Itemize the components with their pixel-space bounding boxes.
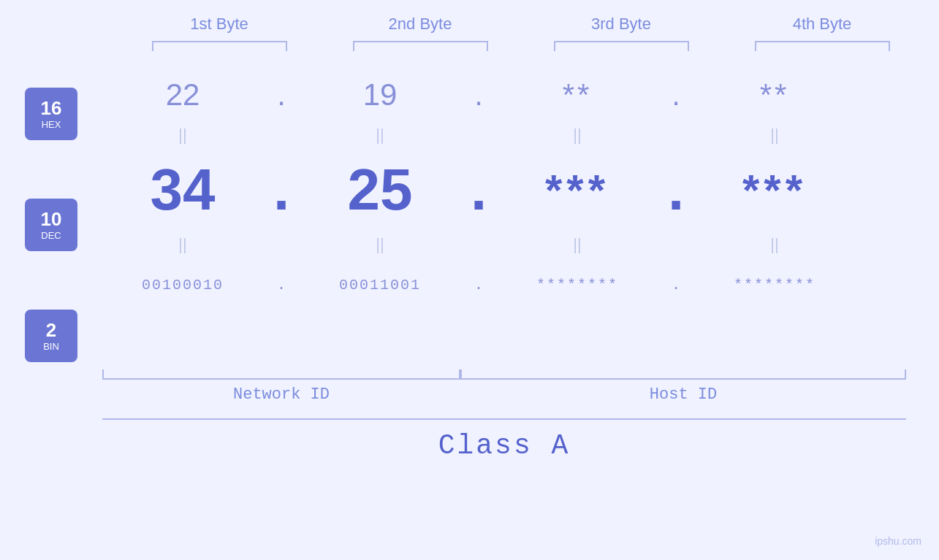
labels-col: 16 HEX 10 DEC 2 BIN [0,66,102,362]
sep2-c2: || [300,235,460,254]
hex-badge: 16 HEX [25,88,77,140]
top-brackets [119,41,923,51]
col2-header: 2nd Byte [340,15,501,34]
dec-d3-cell: . [658,156,694,223]
host-id-label: Host ID [460,386,906,404]
dec-row: 34 . 25 . *** . *** [102,146,939,234]
byte-headers: 1st Byte 2nd Byte 3rd Byte 4th Byte [119,15,923,34]
dec-d2-cell: . [460,156,497,223]
dec-v1-cell: 34 [102,156,263,223]
dec-d2: . [471,156,487,223]
bin-d1: . [277,277,286,294]
dec-d1: . [273,156,289,223]
hex-number: 16 [41,99,62,118]
sep2-c4: || [694,235,855,254]
col3-header: 3rd Byte [541,15,702,34]
sep1-c1: || [102,126,263,145]
hex-d1: . [277,77,286,112]
hex-v3: ** [563,77,593,112]
bin-v1-cell: 00100010 [102,277,263,294]
dec-d1-cell: . [263,156,300,223]
dec-v3-cell: *** [497,165,658,215]
hex-d3: . [672,77,680,112]
bin-d1-cell: . [263,277,300,294]
bin-row: 00100010 . 00011001 . ******** . [102,256,939,314]
bin-d3: . [672,277,680,294]
class-label: Class A [438,430,571,461]
hex-d3-cell: . [658,77,694,112]
dec-v4-cell: *** [694,165,855,215]
bin-v1: 00100010 [142,277,224,294]
hex-v3-cell: ** [497,77,658,112]
bottom-section: Network ID Host ID Class A [0,369,939,461]
dec-v2: 25 [348,156,413,223]
bin-v3-cell: ******** [497,277,658,294]
sep1-c4: || [694,126,855,145]
bin-v4: ******** [734,277,816,294]
bottom-brackets [102,369,906,380]
bin-v2-cell: 00011001 [300,277,460,294]
bin-v3: ******** [536,277,618,294]
sep-row-2: || || || || [102,234,939,256]
bin-d3-cell: . [658,277,694,294]
sep1-c2: || [300,126,460,145]
bracket-col2 [353,41,488,51]
hex-v4: ** [760,77,790,112]
bin-badge: 2 BIN [25,310,77,362]
network-bracket [102,369,460,380]
bracket-col1 [152,41,287,51]
dec-v2-cell: 25 [300,156,460,223]
dec-v1: 34 [151,156,216,223]
sep1-c3: || [497,126,658,145]
bin-v2: 00011001 [339,277,421,294]
network-id-label: Network ID [102,386,460,404]
bracket-col3 [554,41,689,51]
dec-badge: 10 DEC [25,199,77,251]
sep2-c1: || [102,235,263,254]
hex-d2: . [474,77,483,112]
sep2-c3: || [497,235,658,254]
sep-row-1: || || || || [102,124,939,146]
hex-label: HEX [42,119,61,130]
bracket-col4 [755,41,890,51]
dec-number: 10 [41,210,62,229]
data-area: 22 . 19 . ** . ** [102,66,939,314]
dec-d3: . [668,156,684,223]
hex-v2: 19 [363,77,398,112]
hex-d2-cell: . [460,77,497,112]
bin-d2-cell: . [460,277,497,294]
bin-d2: . [474,277,483,294]
col1-header: 1st Byte [139,15,300,34]
hex-d1-cell: . [263,77,300,112]
watermark: ipshu.com [875,535,921,547]
bin-number: 2 [46,321,56,340]
bottom-bar: Class A [102,418,906,461]
id-labels: Network ID Host ID [102,386,906,404]
host-bracket [460,369,906,380]
dec-label: DEC [41,230,61,241]
bin-v4-cell: ******** [694,277,855,294]
bin-label: BIN [43,341,59,352]
hex-v2-cell: 19 [300,77,460,112]
main-container: 1st Byte 2nd Byte 3rd Byte 4th Byte 16 H… [0,0,939,560]
content-area: 16 HEX 10 DEC 2 BIN 22 . [0,66,939,362]
hex-v1-cell: 22 [102,77,263,112]
hex-v1: 22 [166,77,200,112]
dec-v4: *** [742,165,807,215]
dec-v3: *** [545,165,609,215]
hex-row: 22 . 19 . ** . ** [102,66,939,124]
hex-v4-cell: ** [694,77,855,112]
col4-header: 4th Byte [742,15,902,34]
